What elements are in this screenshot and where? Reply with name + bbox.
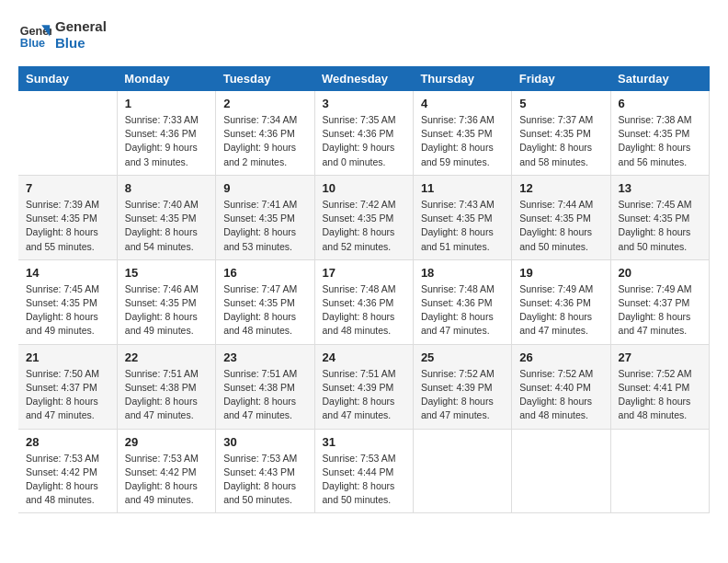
day-number: 30 <box>223 435 306 449</box>
calendar-cell: 20Sunrise: 7:49 AM Sunset: 4:37 PM Dayli… <box>610 259 709 344</box>
calendar-cell: 31Sunrise: 7:53 AM Sunset: 4:44 PM Dayli… <box>314 429 413 513</box>
day-header-saturday: Saturday <box>610 66 709 91</box>
day-number: 14 <box>26 266 109 280</box>
day-number: 6 <box>619 97 701 110</box>
calendar-cell: 21Sunrise: 7:50 AM Sunset: 4:37 PM Dayli… <box>18 344 117 429</box>
calendar-cell: 25Sunrise: 7:52 AM Sunset: 4:39 PM Dayli… <box>413 344 511 429</box>
day-info: Sunrise: 7:49 AM Sunset: 4:36 PM Dayligh… <box>519 282 602 339</box>
calendar-cell: 8Sunrise: 7:40 AM Sunset: 4:35 PM Daylig… <box>117 175 215 259</box>
day-info: Sunrise: 7:52 AM Sunset: 4:40 PM Dayligh… <box>519 367 602 423</box>
day-info: Sunrise: 7:51 AM Sunset: 4:39 PM Dayligh… <box>323 367 405 423</box>
day-number: 21 <box>26 350 109 364</box>
day-info: Sunrise: 7:51 AM Sunset: 4:38 PM Dayligh… <box>223 367 306 423</box>
calendar-cell: 1Sunrise: 7:33 AM Sunset: 4:36 PM Daylig… <box>117 91 215 175</box>
day-info: Sunrise: 7:46 AM Sunset: 4:35 PM Dayligh… <box>125 282 208 339</box>
day-number: 5 <box>519 97 602 110</box>
calendar-cell: 15Sunrise: 7:46 AM Sunset: 4:35 PM Dayli… <box>117 259 215 344</box>
day-info: Sunrise: 7:53 AM Sunset: 4:42 PM Dayligh… <box>125 452 208 508</box>
day-header-thursday: Thursday <box>413 66 511 91</box>
calendar-cell: 5Sunrise: 7:37 AM Sunset: 4:35 PM Daylig… <box>512 91 610 175</box>
logo-text-general: General <box>55 18 107 35</box>
calendar-cell: 10Sunrise: 7:42 AM Sunset: 4:35 PM Dayli… <box>314 175 413 259</box>
logo-icon: General Blue <box>18 18 51 52</box>
calendar-cell: 4Sunrise: 7:36 AM Sunset: 4:35 PM Daylig… <box>413 91 511 175</box>
day-info: Sunrise: 7:45 AM Sunset: 4:35 PM Dayligh… <box>26 282 109 339</box>
day-number: 8 <box>125 181 208 195</box>
calendar-cell: 6Sunrise: 7:38 AM Sunset: 4:35 PM Daylig… <box>610 91 709 175</box>
day-info: Sunrise: 7:37 AM Sunset: 4:35 PM Dayligh… <box>519 113 602 169</box>
calendar-cell: 27Sunrise: 7:52 AM Sunset: 4:41 PM Dayli… <box>610 344 709 429</box>
day-number: 26 <box>519 350 602 364</box>
day-info: Sunrise: 7:35 AM Sunset: 4:36 PM Dayligh… <box>323 113 405 169</box>
day-info: Sunrise: 7:42 AM Sunset: 4:35 PM Dayligh… <box>323 198 405 254</box>
day-number: 17 <box>323 266 405 280</box>
week-row-4: 28Sunrise: 7:53 AM Sunset: 4:42 PM Dayli… <box>18 429 710 513</box>
day-info: Sunrise: 7:33 AM Sunset: 4:36 PM Dayligh… <box>125 113 208 169</box>
day-header-tuesday: Tuesday <box>216 66 314 91</box>
day-number: 7 <box>26 181 109 195</box>
calendar-cell: 30Sunrise: 7:53 AM Sunset: 4:43 PM Dayli… <box>216 429 314 513</box>
day-info: Sunrise: 7:36 AM Sunset: 4:35 PM Dayligh… <box>421 113 504 169</box>
day-info: Sunrise: 7:44 AM Sunset: 4:35 PM Dayligh… <box>519 198 602 254</box>
day-info: Sunrise: 7:53 AM Sunset: 4:42 PM Dayligh… <box>26 452 109 508</box>
day-header-wednesday: Wednesday <box>314 66 413 91</box>
calendar-cell <box>18 91 117 175</box>
day-number: 10 <box>323 181 405 195</box>
day-number: 16 <box>223 266 306 280</box>
calendar-table: SundayMondayTuesdayWednesdayThursdayFrid… <box>18 66 710 513</box>
day-number: 12 <box>519 181 602 195</box>
day-header-friday: Friday <box>512 66 610 91</box>
day-info: Sunrise: 7:38 AM Sunset: 4:35 PM Dayligh… <box>619 113 701 169</box>
svg-text:Blue: Blue <box>20 37 45 50</box>
day-info: Sunrise: 7:41 AM Sunset: 4:35 PM Dayligh… <box>223 198 306 254</box>
day-number: 20 <box>619 266 701 280</box>
calendar-cell: 29Sunrise: 7:53 AM Sunset: 4:42 PM Dayli… <box>117 429 215 513</box>
week-row-2: 14Sunrise: 7:45 AM Sunset: 4:35 PM Dayli… <box>18 259 710 344</box>
day-info: Sunrise: 7:49 AM Sunset: 4:37 PM Dayligh… <box>619 282 701 339</box>
calendar-cell: 19Sunrise: 7:49 AM Sunset: 4:36 PM Dayli… <box>512 259 610 344</box>
day-number: 25 <box>421 350 504 364</box>
day-info: Sunrise: 7:52 AM Sunset: 4:39 PM Dayligh… <box>421 367 504 423</box>
day-info: Sunrise: 7:51 AM Sunset: 4:38 PM Dayligh… <box>125 367 208 423</box>
day-info: Sunrise: 7:39 AM Sunset: 4:35 PM Dayligh… <box>26 198 109 254</box>
calendar-cell <box>413 429 511 513</box>
day-number: 22 <box>125 350 208 364</box>
day-header-monday: Monday <box>117 66 215 91</box>
day-number: 24 <box>323 350 405 364</box>
week-row-3: 21Sunrise: 7:50 AM Sunset: 4:37 PM Dayli… <box>18 344 710 429</box>
day-number: 1 <box>125 97 208 110</box>
calendar-cell: 7Sunrise: 7:39 AM Sunset: 4:35 PM Daylig… <box>18 175 117 259</box>
day-info: Sunrise: 7:52 AM Sunset: 4:41 PM Dayligh… <box>619 367 701 423</box>
logo: General Blue General Blue <box>18 18 107 52</box>
day-info: Sunrise: 7:34 AM Sunset: 4:36 PM Dayligh… <box>223 113 306 169</box>
day-number: 31 <box>323 435 405 449</box>
calendar-cell <box>512 429 610 513</box>
day-info: Sunrise: 7:48 AM Sunset: 4:36 PM Dayligh… <box>421 282 504 339</box>
day-number: 28 <box>26 435 109 449</box>
day-header-sunday: Sunday <box>18 66 117 91</box>
day-number: 19 <box>519 266 602 280</box>
day-info: Sunrise: 7:45 AM Sunset: 4:35 PM Dayligh… <box>619 198 701 254</box>
calendar-cell: 16Sunrise: 7:47 AM Sunset: 4:35 PM Dayli… <box>216 259 314 344</box>
day-info: Sunrise: 7:48 AM Sunset: 4:36 PM Dayligh… <box>323 282 405 339</box>
calendar-cell: 12Sunrise: 7:44 AM Sunset: 4:35 PM Dayli… <box>512 175 610 259</box>
calendar-cell: 9Sunrise: 7:41 AM Sunset: 4:35 PM Daylig… <box>216 175 314 259</box>
calendar-cell: 26Sunrise: 7:52 AM Sunset: 4:40 PM Dayli… <box>512 344 610 429</box>
page-header: General Blue General Blue <box>18 18 710 52</box>
day-number: 18 <box>421 266 504 280</box>
day-info: Sunrise: 7:40 AM Sunset: 4:35 PM Dayligh… <box>125 198 208 254</box>
day-number: 29 <box>125 435 208 449</box>
day-number: 4 <box>421 97 504 110</box>
calendar-cell: 3Sunrise: 7:35 AM Sunset: 4:36 PM Daylig… <box>314 91 413 175</box>
calendar-cell: 23Sunrise: 7:51 AM Sunset: 4:38 PM Dayli… <box>216 344 314 429</box>
calendar-cell <box>610 429 709 513</box>
calendar-cell: 17Sunrise: 7:48 AM Sunset: 4:36 PM Dayli… <box>314 259 413 344</box>
day-number: 2 <box>223 97 306 110</box>
day-info: Sunrise: 7:50 AM Sunset: 4:37 PM Dayligh… <box>26 367 109 423</box>
day-number: 13 <box>619 181 701 195</box>
day-number: 3 <box>323 97 405 110</box>
calendar-cell: 11Sunrise: 7:43 AM Sunset: 4:35 PM Dayli… <box>413 175 511 259</box>
calendar-cell: 24Sunrise: 7:51 AM Sunset: 4:39 PM Dayli… <box>314 344 413 429</box>
calendar-header-row: SundayMondayTuesdayWednesdayThursdayFrid… <box>18 66 710 91</box>
calendar-cell: 2Sunrise: 7:34 AM Sunset: 4:36 PM Daylig… <box>216 91 314 175</box>
